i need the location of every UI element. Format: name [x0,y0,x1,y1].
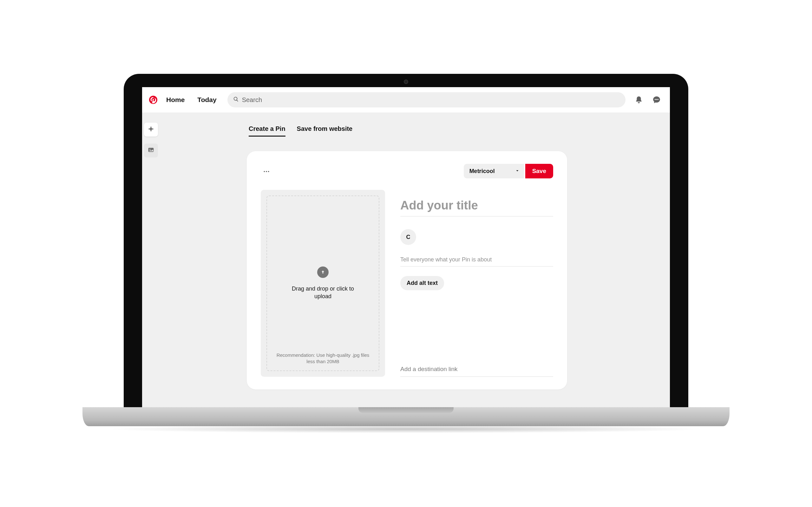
nav-home[interactable]: Home [162,93,189,107]
avatar[interactable]: C [400,229,416,245]
nav-today[interactable]: Today [193,93,221,107]
media-rail-button[interactable] [144,144,158,158]
upload-dropzone[interactable]: Drag and drop or click to upload Recomme… [261,190,385,377]
search-bar[interactable] [227,92,625,107]
tab-create-pin[interactable]: Create a Pin [249,125,286,136]
author-row: C [400,229,553,245]
laptop-mockup: Home Today [83,74,729,433]
pin-builder-card: Metricool Save [247,151,567,389]
screen: Home Today [142,87,670,407]
svg-point-5 [268,171,269,172]
dropzone-recommendation: Recommendation: Use high-quality .jpg fi… [273,352,372,365]
destination-link-input[interactable] [400,363,553,377]
laptop-bezel: Home Today [124,74,688,407]
board-select[interactable]: Metricool [464,164,524,178]
board-select-label: Metricool [469,168,495,175]
plus-icon [148,125,154,134]
description-input[interactable] [400,255,553,267]
card-toolbar: Metricool Save [261,164,553,178]
add-pin-button[interactable] [144,123,158,136]
chevron-down-icon [515,168,519,175]
ellipsis-icon [263,168,270,174]
tab-save-from-website[interactable]: Save from website [297,125,353,136]
pinterest-app: Home Today [142,87,670,407]
messages-icon[interactable] [650,93,664,107]
upload-icon [317,267,328,278]
app-body: Create a Pin Save from website [142,112,670,407]
card-body: Drag and drop or click to upload Recomme… [261,190,553,377]
laptop-base [83,407,729,426]
dropzone-text: Drag and drop or click to upload [288,285,358,300]
left-rail [142,123,158,158]
svg-point-2 [149,149,150,150]
svg-point-3 [264,171,265,172]
pinterest-logo-icon[interactable] [148,95,158,105]
builder-tabs: Create a Pin Save from website [247,125,567,136]
title-input[interactable] [400,197,553,216]
add-alt-text-button[interactable]: Add alt text [400,276,444,290]
save-button[interactable]: Save [525,164,553,178]
svg-point-4 [266,171,267,172]
more-options-button[interactable] [261,165,272,177]
center-column: Create a Pin Save from website [247,112,567,389]
top-navbar: Home Today [142,87,670,112]
search-input[interactable] [242,96,620,104]
image-icon [148,147,154,155]
dropzone-inner: Drag and drop or click to upload Recomme… [266,195,379,371]
search-icon [233,96,239,103]
pin-form: C Add alt text [400,190,553,377]
laptop-camera [404,79,408,84]
notifications-icon[interactable] [632,93,646,107]
